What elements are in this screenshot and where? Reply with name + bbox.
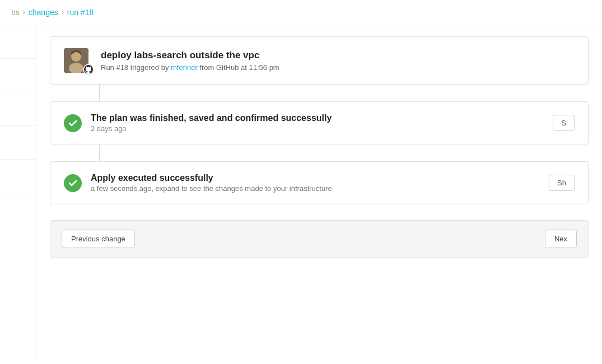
breadcrumb-prefix: bs: [11, 8, 20, 17]
connector-line-1: [99, 85, 100, 101]
sidebar: [0, 25, 36, 361]
deploy-info-card: deploy labs-search outside the vpc Run #…: [50, 36, 589, 85]
sidebar-item-5[interactable]: [0, 160, 36, 193]
bottom-navigation: Previous change Nex: [50, 220, 589, 258]
sidebar-item-3[interactable]: [0, 92, 36, 126]
github-icon: [83, 64, 94, 75]
content-area: deploy labs-search outside the vpc Run #…: [36, 25, 602, 361]
apply-title: Apply executed successfully: [91, 173, 540, 183]
subtitle-suffix: from GitHub at 11:56 pm: [198, 63, 279, 72]
avatar-container: [64, 48, 92, 73]
connector-line-2: [99, 144, 100, 161]
breadcrumb-changes[interactable]: changes: [29, 8, 58, 17]
apply-success-icon: [64, 174, 82, 192]
apply-status-card: Apply executed successfully a few second…: [50, 161, 589, 204]
apply-description: a few seconds ago, expand to see the cha…: [91, 184, 540, 193]
apply-content: Apply executed successfully a few second…: [91, 173, 540, 193]
separator-1: ›: [23, 8, 25, 16]
plan-content: The plan was finished, saved and confirm…: [91, 113, 544, 133]
deploy-card-content: deploy labs-search outside the vpc Run #…: [101, 50, 575, 72]
deploy-subtitle: Run #18 triggered by mfenner from GitHub…: [101, 63, 575, 72]
plan-time: 2 days ago: [91, 124, 544, 133]
svg-point-4: [72, 52, 81, 61]
sidebar-item-4[interactable]: [0, 126, 36, 160]
separator-2: ›: [62, 8, 64, 16]
breadcrumb-run: run #18: [67, 8, 94, 17]
main-layout: deploy labs-search outside the vpc Run #…: [0, 25, 602, 361]
plan-title: The plan was finished, saved and confirm…: [91, 113, 544, 123]
sidebar-item-1[interactable]: [0, 25, 36, 59]
deploy-title: deploy labs-search outside the vpc: [101, 50, 575, 61]
plan-status-card: The plan was finished, saved and confirm…: [50, 101, 589, 144]
sidebar-item-2[interactable]: [0, 59, 36, 92]
subtitle-prefix: Run #18 triggered by: [101, 63, 171, 72]
timeline: deploy labs-search outside the vpc Run #…: [50, 36, 589, 258]
plan-show-button[interactable]: S: [553, 115, 575, 131]
next-change-button[interactable]: Nex: [545, 230, 577, 248]
author-link[interactable]: mfenner: [171, 63, 198, 72]
breadcrumb: bs › changes › run #18: [0, 0, 602, 25]
previous-change-button[interactable]: Previous change: [62, 230, 135, 248]
apply-show-button[interactable]: Sh: [549, 175, 575, 191]
plan-success-icon: [64, 114, 82, 132]
